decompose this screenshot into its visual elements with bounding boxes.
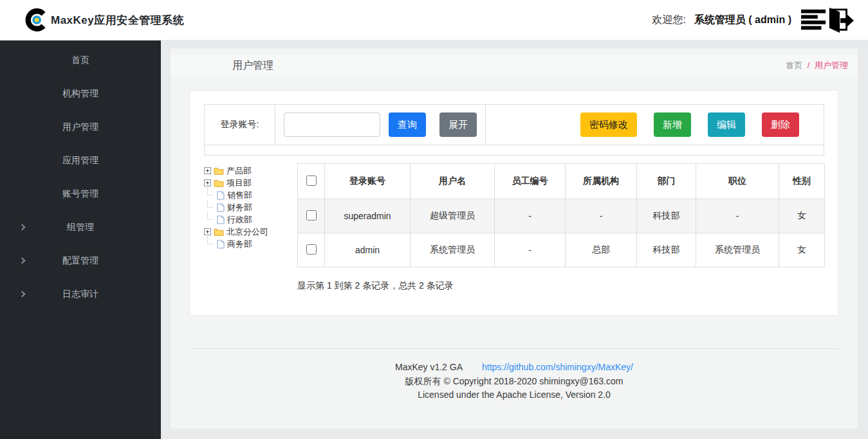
tree-node-label: 项目部 — [226, 177, 252, 189]
sidebar-item-users[interactable]: 用户管理 — [0, 111, 161, 144]
sidebar-item-label: 首页 — [71, 55, 89, 66]
footer-license: Licensed under the Apache License, Versi… — [171, 388, 858, 402]
cell-organization: 总部 — [566, 233, 637, 267]
change-password-button[interactable]: 密码修改 — [580, 112, 637, 137]
sidebar-item-applications[interactable]: 应用管理 — [0, 144, 161, 177]
organization-tree: 产品部 项目部 销售部 — [204, 163, 297, 292]
logout-button[interactable] — [800, 7, 855, 33]
brand[interactable]: MaxKey应用安全管理系统 — [24, 7, 184, 33]
current-user: 系统管理员 ( admin ) — [694, 13, 791, 27]
chevron-right-icon — [19, 257, 26, 264]
cell-department: 科技部 — [637, 199, 696, 233]
welcome-label: 欢迎您: — [652, 13, 685, 27]
tree-connector — [207, 237, 213, 244]
login-account-input[interactable] — [284, 112, 380, 137]
sidebar-item-accounts[interactable]: 账号管理 — [0, 177, 161, 211]
sidebar-item-organizations[interactable]: 机构管理 — [0, 77, 161, 111]
github-link[interactable]: https://github.com/shimingxy/MaxKey/ — [482, 362, 633, 372]
sidebar-item-configuration[interactable]: 配置管理 — [0, 244, 161, 278]
cell-gender: 女 — [779, 199, 825, 233]
column-header-position: 职位 — [696, 164, 779, 199]
folder-icon — [214, 166, 224, 175]
logout-icon — [800, 7, 855, 33]
tree-node-label: 销售部 — [227, 190, 252, 201]
cell-position: - — [696, 199, 779, 233]
content-panel: 用户管理 首页 / 用户管理 登录账号: 查询 展开 密码修改 新增 编辑 — [171, 48, 858, 429]
file-icon — [217, 215, 225, 224]
expand-button[interactable]: 展开 — [439, 112, 477, 137]
search-toolbar: 登录账号: 查询 展开 密码修改 新增 编辑 删除 — [204, 104, 824, 145]
tree-node-project-dept[interactable]: 项目部 — [204, 177, 297, 189]
breadcrumb-separator: / — [808, 60, 810, 70]
footer-version-line: MaxKey v1.2 GAhttps://github.com/shiming… — [171, 361, 858, 375]
tree-node-sales-dept[interactable]: 销售部 — [204, 189, 297, 201]
add-button[interactable]: 新增 — [654, 112, 691, 137]
page-footer: MaxKey v1.2 GAhttps://github.com/shiming… — [171, 361, 858, 402]
tree-node-beijing-branch[interactable]: 北京分公司 — [204, 226, 297, 238]
cell-username: 超级管理员 — [411, 199, 495, 233]
sidebar-item-label: 用户管理 — [62, 121, 98, 133]
expand-plus-icon[interactable] — [204, 167, 211, 174]
cell-employee-no: - — [495, 199, 566, 233]
sidebar-item-label: 机构管理 — [62, 88, 98, 100]
cell-login: superadmin — [325, 199, 411, 233]
login-account-label: 登录账号: — [205, 105, 275, 145]
column-header-department: 部门 — [637, 164, 696, 199]
search-button[interactable]: 查询 — [389, 112, 426, 137]
advanced-search-collapsed-panel — [204, 145, 824, 156]
tree-node-finance-dept[interactable]: 财务部 — [204, 201, 297, 213]
edit-button[interactable]: 编辑 — [708, 112, 745, 137]
table-row[interactable]: superadmin 超级管理员 - - 科技部 - 女 — [298, 199, 825, 233]
row-select-cell — [298, 199, 325, 233]
tree-node-product-dept[interactable]: 产品部 — [204, 165, 297, 177]
tree-node-admin-dept[interactable]: 行政部 — [204, 213, 297, 226]
sidebar-item-home[interactable]: 首页 — [0, 44, 161, 77]
app-title: MaxKey应用安全管理系统 — [51, 13, 184, 28]
pagination-summary: 显示第 1 到第 2 条记录，总共 2 条记录 — [297, 280, 825, 292]
sidebar-item-label: 组管理 — [67, 222, 94, 233]
cell-organization: - — [566, 199, 637, 233]
chevron-right-icon — [19, 224, 26, 230]
tree-node-business-dept[interactable]: 商务部 — [204, 238, 297, 250]
cell-username: 系统管理员 — [411, 233, 495, 267]
select-all-checkbox[interactable] — [306, 175, 317, 186]
tree-connector — [207, 188, 213, 195]
table-header-row: 登录账号 用户名 员工编号 所属机构 部门 职位 性别 — [298, 164, 825, 199]
column-header-employee-no: 员工编号 — [495, 164, 566, 199]
row-checkbox[interactable] — [306, 244, 317, 255]
tree-node-label: 财务部 — [227, 202, 252, 213]
sidebar-item-label: 配置管理 — [62, 255, 98, 267]
folder-icon — [214, 179, 224, 187]
sidebar-item-label: 日志审计 — [62, 289, 98, 300]
tree-node-label: 行政部 — [227, 214, 252, 226]
expand-plus-icon[interactable] — [204, 179, 211, 186]
file-icon — [217, 203, 225, 212]
chevron-right-icon — [19, 291, 26, 297]
tree-node-label: 产品部 — [226, 165, 252, 177]
maxkey-logo-icon — [24, 7, 50, 33]
header-right: 欢迎您: 系统管理员 ( admin ) — [652, 7, 855, 33]
cell-department: 科技部 — [637, 233, 696, 267]
cell-gender: 女 — [779, 233, 825, 267]
column-header-login: 登录账号 — [325, 164, 411, 199]
sidebar-item-audit-logs[interactable]: 日志审计 — [0, 278, 161, 311]
sidebar-item-groups[interactable]: 组管理 — [0, 211, 161, 244]
cell-position: 系统管理员 — [696, 233, 779, 267]
expand-plus-icon[interactable] — [204, 228, 211, 235]
file-icon — [217, 191, 225, 200]
column-header-organization: 所属机构 — [566, 164, 637, 199]
cell-employee-no: - — [495, 233, 566, 267]
action-buttons: 密码修改 新增 编辑 删除 — [486, 105, 824, 145]
breadcrumb-home[interactable]: 首页 — [786, 60, 802, 70]
column-header-username: 用户名 — [411, 164, 495, 199]
breadcrumb-current: 用户管理 — [815, 60, 848, 70]
table-row[interactable]: admin 系统管理员 - 总部 科技部 系统管理员 女 — [298, 233, 825, 267]
footer-divider — [190, 348, 838, 349]
file-icon — [217, 240, 225, 249]
tree-and-table: 产品部 项目部 销售部 — [204, 163, 824, 292]
app-header: MaxKey应用安全管理系统 欢迎您: 系统管理员 ( admin ) — [0, 0, 868, 40]
delete-button[interactable]: 删除 — [762, 112, 799, 137]
folder-icon — [214, 228, 224, 236]
row-checkbox[interactable] — [306, 210, 317, 220]
tree-node-label: 商务部 — [227, 238, 252, 250]
